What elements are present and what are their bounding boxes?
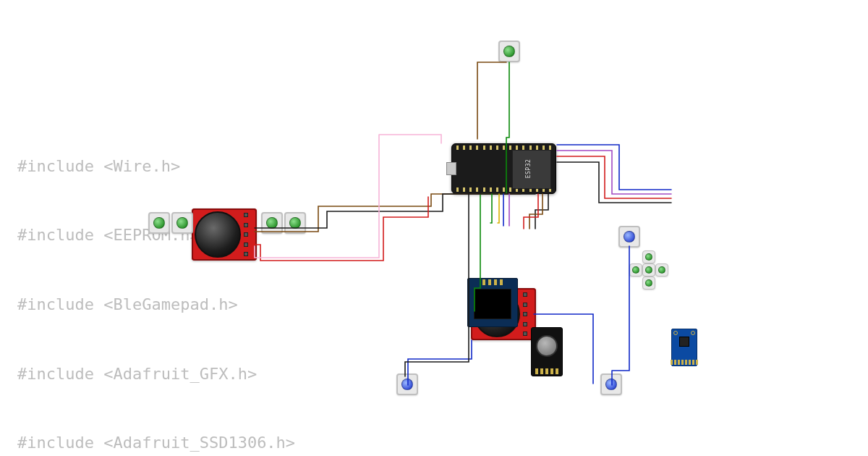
button-cap-icon xyxy=(645,279,652,287)
button-cap-icon xyxy=(645,266,652,274)
button-cap-icon xyxy=(176,217,188,229)
tact-button-l2[interactable] xyxy=(171,212,193,234)
joystick-left[interactable] xyxy=(192,208,257,261)
tact-button-l3[interactable] xyxy=(261,212,283,234)
button-cap-icon xyxy=(503,46,515,57)
mount-hole-icon xyxy=(691,331,695,335)
button-cap-icon xyxy=(289,217,301,229)
tact-button-l1[interactable] xyxy=(148,212,170,234)
rf-shield-icon xyxy=(512,150,551,189)
tact-button-l4[interactable] xyxy=(284,212,306,234)
ic-chip-icon xyxy=(679,337,689,347)
rotary-encoder[interactable] xyxy=(531,327,563,376)
schematic-canvas[interactable]: ESP32 xyxy=(0,0,868,456)
esp32-label: ESP32 xyxy=(525,159,532,179)
pin-header xyxy=(244,213,255,256)
encoder-knob-icon xyxy=(536,335,558,357)
esp32-board[interactable]: ESP32 xyxy=(451,143,556,194)
button-cap-icon xyxy=(153,217,165,229)
button-cap-icon xyxy=(645,253,652,261)
button-cap-icon xyxy=(624,231,635,242)
dpad-right[interactable] xyxy=(655,263,668,276)
joystick-stick-icon xyxy=(195,211,241,258)
button-cap-icon xyxy=(658,266,665,274)
dpad-center[interactable] xyxy=(642,263,655,276)
tact-button-top[interactable] xyxy=(498,41,520,62)
pin-header xyxy=(482,279,503,285)
button-cap-icon xyxy=(266,217,278,229)
tact-button-br[interactable] xyxy=(600,373,622,395)
button-cap-icon xyxy=(605,379,617,390)
imu-module[interactable] xyxy=(671,329,697,366)
tact-button-bl[interactable] xyxy=(396,373,418,395)
pin-header xyxy=(535,368,558,374)
oled-display[interactable] xyxy=(467,278,518,327)
button-cap-icon xyxy=(632,266,639,274)
dpad-cluster xyxy=(629,250,673,294)
oled-screen-icon xyxy=(474,289,511,319)
usb-port-icon xyxy=(446,162,456,175)
pin-header xyxy=(671,360,698,365)
dpad-left[interactable] xyxy=(629,263,642,276)
dpad-down[interactable] xyxy=(642,276,655,290)
button-cap-icon xyxy=(401,379,413,390)
mount-hole-icon xyxy=(673,331,678,335)
dpad-up[interactable] xyxy=(642,250,655,263)
tact-button-tr[interactable] xyxy=(618,226,640,248)
